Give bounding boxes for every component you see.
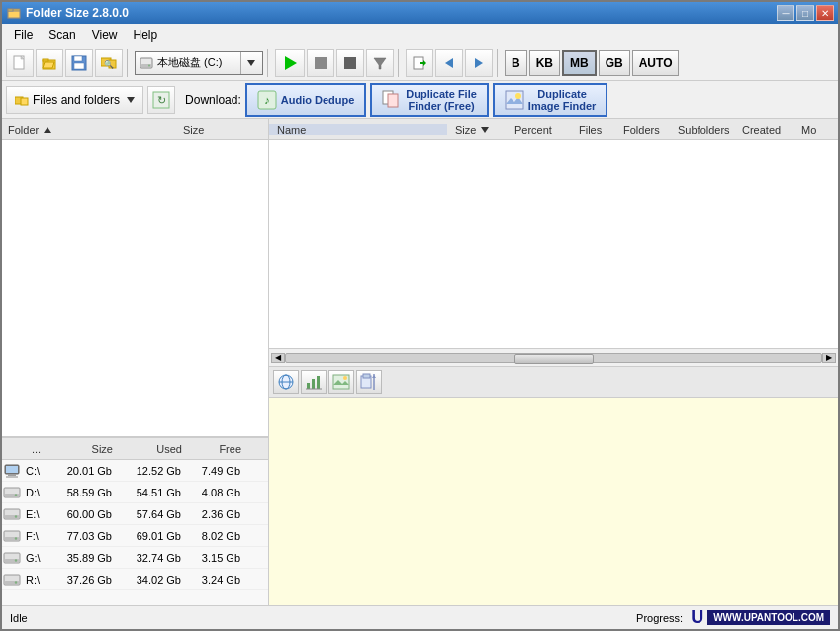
drive-selector[interactable]: 本地磁盘 (C:) [135, 51, 263, 75]
drive-used: 57.64 Gb [116, 508, 185, 520]
size-b-button[interactable]: B [505, 50, 527, 76]
col-percent[interactable]: Percent [507, 124, 571, 135]
drive-list-item[interactable]: G:\ 35.89 Gb 32.74 Gb 3.15 Gb [2, 547, 268, 569]
dup-img-label1: Duplicate [537, 88, 587, 100]
drive-list-item[interactable]: F:\ 77.03 Gb 69.01 Gb 8.02 Gb [2, 525, 268, 547]
col-size[interactable]: Size [447, 124, 507, 135]
drive-used: 12.52 Gb [116, 465, 185, 477]
chart-button[interactable] [301, 370, 327, 394]
svg-point-36 [515, 93, 521, 99]
drive-text: 本地磁盘 (C:) [157, 55, 222, 70]
drive-free: 2.36 Gb [185, 508, 244, 520]
drive-row-icon [2, 463, 22, 479]
drive-size: 60.00 Gb [47, 508, 116, 520]
svg-rect-39 [8, 474, 16, 476]
drive-col-size[interactable]: Size [47, 443, 117, 455]
folder-list-header: Folder Size [2, 119, 268, 140]
new-button[interactable] [6, 49, 34, 77]
size-mb-button[interactable]: MB [562, 50, 597, 76]
drive-list-item[interactable]: E:\ 60.00 Gb 57.64 Gb 2.36 Gb [2, 503, 268, 525]
size-gb-button[interactable]: GB [599, 50, 630, 76]
col-subfolders[interactable]: Subfolders [670, 124, 734, 135]
progress-label: Progress: [636, 612, 683, 624]
svg-marker-20 [374, 58, 386, 69]
svg-rect-67 [363, 374, 370, 378]
svg-marker-23 [423, 60, 426, 66]
audio-dedupe-button[interactable]: ♪ Audio Dedupe [245, 83, 367, 117]
size-col-header[interactable]: Size [183, 124, 256, 135]
svg-point-16 [148, 64, 150, 66]
minimize-button[interactable]: ─ [777, 5, 794, 21]
svg-rect-6 [43, 59, 48, 61]
close-button[interactable]: ✕ [816, 5, 834, 21]
stop-button2[interactable] [336, 49, 364, 77]
maximize-button[interactable]: □ [796, 5, 814, 21]
dup-file-label1: Duplicate File [406, 88, 477, 100]
menu-bar: File Scan View Help [2, 24, 838, 45]
drive-list-item[interactable]: R:\ 37.26 Gb 34.02 Gb 3.24 Gb [2, 569, 268, 590]
drive-col-free[interactable]: Free [186, 443, 245, 455]
svg-point-49 [15, 537, 17, 539]
dropdown-arrow [127, 97, 135, 103]
scan-button[interactable] [275, 49, 305, 77]
col-files[interactable]: Files [571, 124, 615, 135]
duplicate-image-finder-button[interactable]: Duplicate Image Finder [493, 83, 607, 117]
svg-text:🔍: 🔍 [104, 59, 114, 69]
title-bar: Folder Size 2.8.0.0 ─ □ ✕ [2, 2, 838, 24]
scroll-right-arrow[interactable]: ▶ [822, 353, 836, 363]
size-kb-button[interactable]: KB [529, 50, 560, 76]
col-name[interactable]: Name [269, 124, 447, 135]
drive-list-item[interactable]: C:\ 20.01 Gb 12.52 Gb 7.49 Gb [2, 460, 268, 482]
drive-letter: E:\ [22, 508, 47, 520]
drive-list: C:\ 20.01 Gb 12.52 Gb 7.49 Gb D:\ 58.59 … [2, 460, 268, 590]
files-folders-button[interactable]: Files and folders [6, 86, 143, 114]
forward-button[interactable] [465, 49, 493, 77]
drive-panel: ... Size Used Free C:\ 20.01 Gb 12.52 Gb… [2, 437, 268, 605]
second-toolbar: Files and folders ↻ Download: ♪ Audio De… [2, 81, 838, 119]
save-button[interactable] [65, 49, 93, 77]
col-folders[interactable]: Folders [615, 124, 670, 135]
drive-list-item[interactable]: D:\ 58.59 Gb 54.51 Gb 4.08 Gb [2, 482, 268, 503]
window-title: Folder Size 2.8.0.0 [26, 6, 777, 20]
svg-marker-69 [372, 375, 376, 378]
menu-help[interactable]: Help [126, 26, 166, 44]
toolbar: 🔍 本地磁盘 (C:) [2, 45, 838, 81]
open-button[interactable] [36, 49, 63, 77]
duplicate-file-finder-button[interactable]: Duplicate File Finder (Free) [370, 83, 489, 117]
image-button[interactable] [328, 370, 354, 394]
toolbar-separator-3 [398, 49, 402, 77]
drive-col-used[interactable]: Used [117, 443, 186, 455]
svg-point-46 [15, 515, 17, 517]
horizontal-scrollbar[interactable]: ◀ ▶ [269, 348, 838, 366]
scrollbar-thumb[interactable] [514, 354, 594, 364]
back-button[interactable] [435, 49, 463, 77]
right-panel: Name Size Percent Files Folders Subfolde… [269, 119, 838, 605]
folder-col-header[interactable]: Folder [8, 124, 51, 135]
main-content: Folder Size ... Size Used F [2, 119, 838, 605]
stop-scan-button[interactable] [307, 49, 334, 77]
svg-marker-25 [475, 58, 483, 68]
refresh-button[interactable]: ↻ [147, 86, 175, 114]
col-mo[interactable]: Mo [793, 124, 823, 135]
menu-scan[interactable]: Scan [41, 26, 83, 44]
svg-marker-17 [285, 56, 297, 70]
size-auto-button[interactable]: AUTO [632, 50, 680, 76]
svg-rect-2 [8, 9, 13, 11]
files-folders-label: Files and folders [33, 93, 120, 107]
menu-file[interactable]: File [6, 26, 41, 44]
toolbar-separator-1 [127, 49, 131, 77]
web-button[interactable] [273, 370, 299, 394]
svg-point-52 [15, 559, 17, 561]
watermark-text: WWW.UPANTOOL.COM [707, 610, 830, 625]
export-button[interactable] [406, 49, 433, 77]
folder-browse-button[interactable]: 🔍 [95, 49, 123, 77]
info-area [269, 398, 838, 605]
menu-view[interactable]: View [84, 26, 126, 44]
file-list[interactable] [269, 140, 838, 348]
filter-button[interactable] [366, 49, 394, 77]
col-created[interactable]: Created [734, 124, 793, 135]
main-window: Folder Size 2.8.0.0 ─ □ ✕ File Scan View… [0, 0, 840, 631]
scroll-left-arrow[interactable]: ◀ [271, 353, 285, 363]
settings-button[interactable] [356, 370, 382, 394]
drive-free: 8.02 Gb [185, 530, 244, 542]
